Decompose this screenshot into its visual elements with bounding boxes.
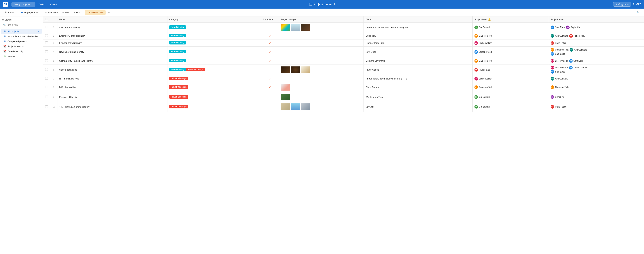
sidebar-item-due-dates[interactable]: 📅 Due dates only <box>1 49 42 54</box>
table-row[interactable]: 6Coffee packagingBrand identityIndustria… <box>43 64 644 75</box>
hide-fields-button[interactable]: 👁 Hide fields <box>43 10 60 15</box>
row-checkbox[interactable] <box>45 68 48 71</box>
row-name[interactable]: Premier utility bike <box>57 92 167 102</box>
row-checkbox[interactable] <box>45 34 48 37</box>
header-team[interactable]: Project team <box>549 16 644 22</box>
row-lead[interactable]: GS Gal Samari <box>472 22 549 32</box>
row-lead[interactable]: LW Leslie Walker <box>472 39 549 47</box>
row-complete[interactable]: ✓ <box>261 82 279 92</box>
grid-area[interactable]: Name Category Complete Project images Cl… <box>43 16 644 254</box>
row-name[interactable]: Coffee packaging <box>57 64 167 75</box>
header-client[interactable]: Client <box>364 16 472 22</box>
row-checkbox-cell[interactable] <box>43 57 50 64</box>
header-complete[interactable]: Complete <box>261 16 279 22</box>
row-name[interactable]: 443 Huntington brand identity <box>57 102 167 112</box>
row-checkbox[interactable] <box>45 50 48 53</box>
row-lead[interactable]: LW Leslie Walker <box>472 75 549 82</box>
row-checkbox[interactable] <box>45 86 48 88</box>
row-lead[interactable]: GS Gal Samari <box>472 92 549 102</box>
sidebar-search-input[interactable] <box>2 23 41 27</box>
row-checkbox-cell[interactable] <box>43 22 50 32</box>
row-lead[interactable]: JP Jordan Peretz <box>472 47 549 57</box>
info-icon[interactable]: ℹ <box>334 3 335 6</box>
row-name[interactable]: New Door brand identity <box>57 47 167 57</box>
row-checkbox[interactable] <box>45 59 48 62</box>
row-checkbox[interactable] <box>45 96 48 98</box>
filter-button[interactable]: ≡ Filter <box>61 10 71 15</box>
row-name[interactable]: RITI media lab logo <box>57 75 167 82</box>
row-checkbox-cell[interactable] <box>43 102 50 112</box>
header-category[interactable]: Category <box>167 16 261 22</box>
table-row[interactable]: 8B11 bike saddleIndustrial design✓Bleux … <box>43 82 644 92</box>
header-checkbox-cell[interactable] <box>43 16 50 22</box>
sidebar-item-kanban[interactable]: ⊟ Kanban <box>1 54 42 59</box>
current-view-button[interactable]: ⊞ All projects ••• <box>19 10 40 15</box>
apps-button[interactable]: ⠿ APPS <box>633 3 641 5</box>
group-button[interactable]: ⊟ Group <box>72 10 84 15</box>
row-client[interactable]: Hart's Coffee <box>364 64 472 75</box>
row-client[interactable]: Gotham City Parks <box>364 57 472 64</box>
row-complete[interactable] <box>261 92 279 102</box>
row-height-button[interactable]: ≡ <box>106 10 111 15</box>
views-toggle-button[interactable]: ☰ VIEWS <box>3 10 16 15</box>
row-client[interactable]: Rhode Island Technology Institute (RITI) <box>364 75 472 82</box>
row-lead[interactable]: GS Gal Samari <box>472 102 549 112</box>
select-all-checkbox[interactable] <box>45 18 48 20</box>
row-name[interactable]: B11 bike saddle <box>57 82 167 92</box>
tab-tasks[interactable]: Tasks <box>36 2 47 7</box>
row-complete[interactable]: ✓ <box>261 39 279 47</box>
tab-clients[interactable]: Clients <box>48 2 60 7</box>
table-row[interactable]: 5Gotham City Parks brand identityBrand i… <box>43 57 644 64</box>
row-checkbox-cell[interactable] <box>43 64 50 75</box>
header-lead[interactable]: Project lead 🔔 <box>472 16 549 22</box>
header-images[interactable]: Project images <box>279 16 364 22</box>
sidebar-item-all-projects[interactable]: ⊞ All projects ✓ <box>1 29 42 34</box>
row-complete[interactable]: ✓ <box>261 47 279 57</box>
row-checkbox[interactable] <box>45 41 48 44</box>
row-complete[interactable]: ✓ <box>261 32 279 39</box>
row-client[interactable]: EngineerU <box>364 32 472 39</box>
table-row[interactable]: 7RITI media lab logoIndustrial design✓Rh… <box>43 75 644 82</box>
row-complete[interactable] <box>261 22 279 32</box>
row-lead[interactable]: PF Paris Fotiou <box>472 64 549 75</box>
row-checkbox-cell[interactable] <box>43 75 50 82</box>
row-complete[interactable] <box>261 102 279 112</box>
row-lead[interactable]: CT Cameron Toth <box>472 82 549 92</box>
row-name[interactable]: EngineerU brand identity <box>57 32 167 39</box>
row-complete[interactable]: ✓ <box>261 75 279 82</box>
row-checkbox-cell[interactable] <box>43 92 50 102</box>
table-row[interactable]: 2EngineerU brand identityBrand identity✓… <box>43 32 644 39</box>
search-button[interactable]: 🔍 <box>635 10 641 15</box>
row-checkbox[interactable] <box>45 26 48 28</box>
row-client[interactable]: Bleux France <box>364 82 472 92</box>
copy-base-button[interactable]: ⊞ Copy base <box>613 2 631 6</box>
row-name[interactable]: Gotham City Parks brand identity <box>57 57 167 64</box>
row-checkbox-cell[interactable] <box>43 39 50 47</box>
row-checkbox[interactable] <box>45 105 48 108</box>
row-name[interactable]: Flapper brand identity <box>57 39 167 47</box>
sort-button[interactable]: ↕ Sorted by 1 field <box>85 10 106 15</box>
logo[interactable] <box>3 2 8 7</box>
table-row[interactable]: 4New Door brand identityBrand identity✓N… <box>43 47 644 57</box>
row-checkbox-cell[interactable] <box>43 32 50 39</box>
sidebar-item-project-calendar[interactable]: 📅 Project calendar <box>1 44 42 49</box>
table-row[interactable]: 3Flapper brand identityBrand identity✓Fl… <box>43 39 644 47</box>
row-name[interactable]: CMCA brand identity <box>57 22 167 32</box>
row-client[interactable]: CityLoft <box>364 102 472 112</box>
row-complete[interactable]: ✓ <box>261 57 279 64</box>
row-client[interactable]: Center for Modern and Contemporary Art <box>364 22 472 32</box>
row-complete[interactable] <box>261 64 279 75</box>
sidebar-item-completed-projects[interactable]: ⊞ Completed projects <box>1 39 42 44</box>
row-checkbox-cell[interactable] <box>43 82 50 92</box>
row-lead[interactable]: CT Cameron Toth <box>472 32 549 39</box>
row-checkbox-cell[interactable] <box>43 47 50 57</box>
row-checkbox[interactable] <box>45 77 48 80</box>
table-row[interactable]: 10443 Huntington brand identityIndustria… <box>43 102 644 112</box>
sidebar-item-incomplete-by-leader[interactable]: ⊞ Incomplete projects by leader <box>1 34 42 39</box>
tab-design-projects[interactable]: Design projects ▼ <box>12 2 36 7</box>
table-row[interactable]: 9Premier utility bikeIndustrial designWa… <box>43 92 644 102</box>
row-client[interactable]: Washington Trek <box>364 92 472 102</box>
row-client[interactable]: Flapper Paper Co. <box>364 39 472 47</box>
header-name[interactable]: Name <box>57 16 167 22</box>
row-client[interactable]: New Door <box>364 47 472 57</box>
